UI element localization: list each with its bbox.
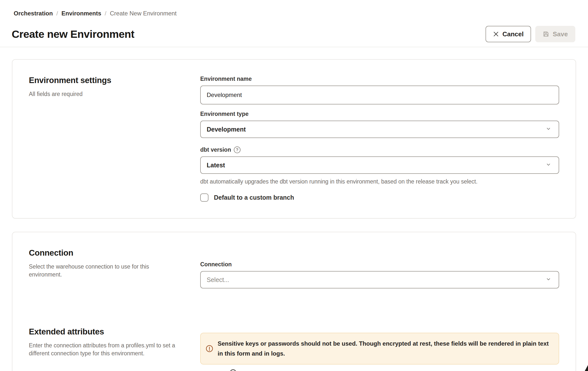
breadcrumb-separator: / <box>56 10 58 17</box>
extended-attributes-intro: Extended attributes Enter the connection… <box>29 327 200 365</box>
breadcrumb-separator: / <box>105 10 106 17</box>
page-title: Create new Environment <box>12 28 134 40</box>
breadcrumb-item-environments[interactable]: Environments <box>61 10 101 17</box>
connection-intro: Connection Select the warehouse connecti… <box>29 248 200 288</box>
extended-attributes-row: Extended attributes Enter the connection… <box>29 327 559 365</box>
environment-name-group: Environment name <box>200 76 559 104</box>
breadcrumb: Orchestration / Environments / Create Ne… <box>12 10 575 17</box>
connection-select[interactable]: Select... <box>200 271 559 288</box>
connection-card: Connection Select the warehouse connecti… <box>12 232 576 371</box>
dbt-version-hint: dbt automatically upgrades the dbt versi… <box>200 178 559 185</box>
dbt-version-value: Latest <box>207 162 225 169</box>
connection-select-group: Connection Select... <box>200 261 559 288</box>
environment-type-value: Development <box>207 126 246 133</box>
connection-description: Select the warehouse connection to use f… <box>29 263 178 278</box>
alert-circle-icon <box>206 345 213 352</box>
floppy-disk-icon <box>543 31 549 37</box>
question-circle-icon[interactable]: ? <box>234 146 241 153</box>
custom-branch-row[interactable]: Default to a custom branch <box>200 193 559 202</box>
connection-form: Connection Select... <box>200 248 559 288</box>
save-button-label: Save <box>553 30 568 38</box>
dbt-version-select[interactable]: Latest <box>200 156 559 174</box>
dbt-version-label: dbt version ? <box>200 146 559 153</box>
environment-type-label: Environment type <box>200 111 559 117</box>
environment-settings-intro: Environment settings All fields are requ… <box>29 76 200 202</box>
environment-settings-form: Environment name Environment type Develo… <box>200 76 559 202</box>
breadcrumb-item-current: Create New Environment <box>110 10 177 17</box>
title-row: Create new Environment Cancel <box>12 26 575 42</box>
header-actions: Cancel Save <box>486 26 575 42</box>
page-header: Orchestration / Environments / Create Ne… <box>0 0 588 47</box>
extended-attributes-content: Sensitive keys or passwords should not b… <box>200 327 559 365</box>
chevron-down-icon <box>546 162 551 168</box>
chevron-down-icon <box>546 277 551 283</box>
save-button[interactable]: Save <box>535 26 575 42</box>
extended-attributes-title: Extended attributes <box>29 327 200 336</box>
dbt-version-group: dbt version ? Latest dbt automatically u… <box>200 146 559 185</box>
extended-attributes-description: Enter the connection attributes from a p… <box>29 341 178 357</box>
environment-settings-title: Environment settings <box>29 76 200 85</box>
cancel-button[interactable]: Cancel <box>486 26 531 42</box>
cancel-button-label: Cancel <box>502 30 524 38</box>
breadcrumb-item-orchestration[interactable]: Orchestration <box>14 10 53 17</box>
main-content: Environment settings All fields are requ… <box>0 59 588 371</box>
chevron-down-icon <box>546 126 551 133</box>
connection-select-placeholder: Select... <box>207 276 229 283</box>
dbt-version-label-text: dbt version <box>200 146 231 153</box>
connection-select-label: Connection <box>200 261 559 268</box>
environment-type-group: Environment type Development <box>200 111 559 138</box>
environment-type-select[interactable]: Development <box>200 121 559 138</box>
environment-name-input[interactable] <box>200 86 559 104</box>
environment-name-label: Environment name <box>200 76 559 82</box>
sensitive-keys-warning: Sensitive keys or passwords should not b… <box>200 333 559 365</box>
custom-branch-checkbox[interactable] <box>200 193 208 202</box>
warning-text: Sensitive keys or passwords should not b… <box>218 339 549 359</box>
custom-branch-label: Default to a custom branch <box>214 194 294 201</box>
close-icon <box>493 31 499 37</box>
connection-title: Connection <box>29 248 200 258</box>
environment-settings-subtitle: All fields are required <box>29 90 200 98</box>
connection-row: Connection Select the warehouse connecti… <box>29 248 559 288</box>
environment-settings-card: Environment settings All fields are requ… <box>12 59 576 219</box>
corner-resize-artifact <box>585 365 588 371</box>
